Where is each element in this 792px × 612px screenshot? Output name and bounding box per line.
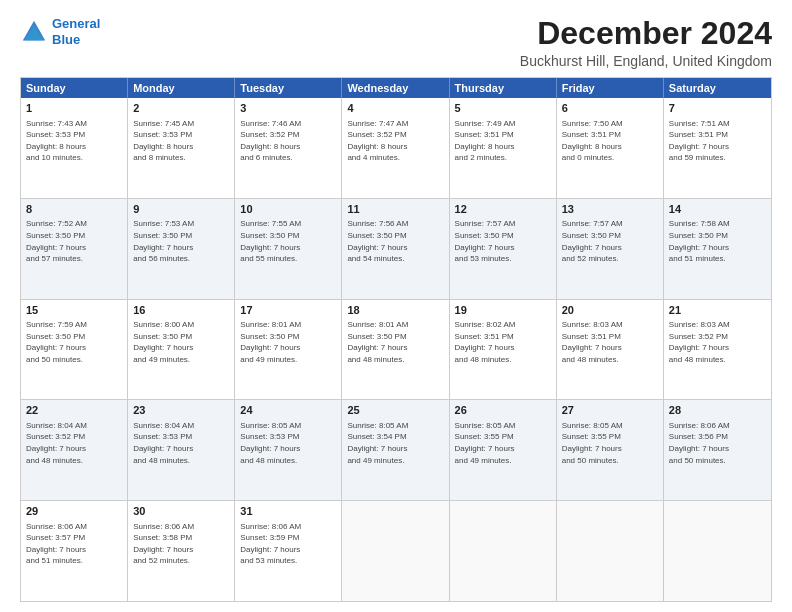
day-info: Sunrise: 7:57 AM Sunset: 3:50 PM Dayligh… (455, 218, 551, 264)
day-number: 29 (26, 504, 122, 519)
calendar-cell: 26Sunrise: 8:05 AM Sunset: 3:55 PM Dayli… (450, 400, 557, 500)
calendar-cell: 18Sunrise: 8:01 AM Sunset: 3:50 PM Dayli… (342, 300, 449, 400)
logo-text: General Blue (52, 16, 100, 47)
day-number: 1 (26, 101, 122, 116)
calendar-cell: 30Sunrise: 8:06 AM Sunset: 3:58 PM Dayli… (128, 501, 235, 601)
day-info: Sunrise: 7:56 AM Sunset: 3:50 PM Dayligh… (347, 218, 443, 264)
day-info: Sunrise: 8:06 AM Sunset: 3:57 PM Dayligh… (26, 521, 122, 567)
calendar-cell: 21Sunrise: 8:03 AM Sunset: 3:52 PM Dayli… (664, 300, 771, 400)
calendar-row-2: 8Sunrise: 7:52 AM Sunset: 3:50 PM Daylig… (21, 199, 771, 300)
calendar-cell: 7Sunrise: 7:51 AM Sunset: 3:51 PM Daylig… (664, 98, 771, 198)
calendar-cell: 27Sunrise: 8:05 AM Sunset: 3:55 PM Dayli… (557, 400, 664, 500)
calendar-cell: 3Sunrise: 7:46 AM Sunset: 3:52 PM Daylig… (235, 98, 342, 198)
day-info: Sunrise: 8:05 AM Sunset: 3:55 PM Dayligh… (455, 420, 551, 466)
day-info: Sunrise: 7:49 AM Sunset: 3:51 PM Dayligh… (455, 118, 551, 164)
header-day-thursday: Thursday (450, 78, 557, 98)
calendar-row-4: 22Sunrise: 8:04 AM Sunset: 3:52 PM Dayli… (21, 400, 771, 501)
day-number: 30 (133, 504, 229, 519)
day-number: 10 (240, 202, 336, 217)
day-info: Sunrise: 7:58 AM Sunset: 3:50 PM Dayligh… (669, 218, 766, 264)
calendar-cell: 15Sunrise: 7:59 AM Sunset: 3:50 PM Dayli… (21, 300, 128, 400)
day-number: 31 (240, 504, 336, 519)
calendar-cell: 25Sunrise: 8:05 AM Sunset: 3:54 PM Dayli… (342, 400, 449, 500)
day-number: 15 (26, 303, 122, 318)
header-day-saturday: Saturday (664, 78, 771, 98)
day-number: 21 (669, 303, 766, 318)
day-number: 5 (455, 101, 551, 116)
day-number: 27 (562, 403, 658, 418)
calendar-cell: 5Sunrise: 7:49 AM Sunset: 3:51 PM Daylig… (450, 98, 557, 198)
header-day-friday: Friday (557, 78, 664, 98)
header-day-tuesday: Tuesday (235, 78, 342, 98)
title-block: December 2024 Buckhurst Hill, England, U… (520, 16, 772, 69)
calendar-cell: 23Sunrise: 8:04 AM Sunset: 3:53 PM Dayli… (128, 400, 235, 500)
day-info: Sunrise: 8:01 AM Sunset: 3:50 PM Dayligh… (347, 319, 443, 365)
calendar-cell: 6Sunrise: 7:50 AM Sunset: 3:51 PM Daylig… (557, 98, 664, 198)
main-title: December 2024 (520, 16, 772, 51)
calendar-cell: 20Sunrise: 8:03 AM Sunset: 3:51 PM Dayli… (557, 300, 664, 400)
day-info: Sunrise: 8:06 AM Sunset: 3:56 PM Dayligh… (669, 420, 766, 466)
day-info: Sunrise: 8:04 AM Sunset: 3:53 PM Dayligh… (133, 420, 229, 466)
header: General Blue December 2024 Buckhurst Hil… (20, 16, 772, 69)
day-info: Sunrise: 8:03 AM Sunset: 3:52 PM Dayligh… (669, 319, 766, 365)
calendar-row-1: 1Sunrise: 7:43 AM Sunset: 3:53 PM Daylig… (21, 98, 771, 199)
day-number: 8 (26, 202, 122, 217)
calendar-cell: 31Sunrise: 8:06 AM Sunset: 3:59 PM Dayli… (235, 501, 342, 601)
calendar-cell: 17Sunrise: 8:01 AM Sunset: 3:50 PM Dayli… (235, 300, 342, 400)
calendar-cell: 2Sunrise: 7:45 AM Sunset: 3:53 PM Daylig… (128, 98, 235, 198)
calendar-cell: 11Sunrise: 7:56 AM Sunset: 3:50 PM Dayli… (342, 199, 449, 299)
logo: General Blue (20, 16, 100, 47)
calendar-cell: 24Sunrise: 8:05 AM Sunset: 3:53 PM Dayli… (235, 400, 342, 500)
calendar-row-5: 29Sunrise: 8:06 AM Sunset: 3:57 PM Dayli… (21, 501, 771, 601)
day-number: 3 (240, 101, 336, 116)
day-number: 6 (562, 101, 658, 116)
calendar-cell: 4Sunrise: 7:47 AM Sunset: 3:52 PM Daylig… (342, 98, 449, 198)
day-info: Sunrise: 7:43 AM Sunset: 3:53 PM Dayligh… (26, 118, 122, 164)
day-number: 4 (347, 101, 443, 116)
day-number: 25 (347, 403, 443, 418)
day-number: 14 (669, 202, 766, 217)
day-number: 13 (562, 202, 658, 217)
day-info: Sunrise: 7:51 AM Sunset: 3:51 PM Dayligh… (669, 118, 766, 164)
day-info: Sunrise: 8:00 AM Sunset: 3:50 PM Dayligh… (133, 319, 229, 365)
header-day-sunday: Sunday (21, 78, 128, 98)
calendar-cell: 14Sunrise: 7:58 AM Sunset: 3:50 PM Dayli… (664, 199, 771, 299)
day-number: 24 (240, 403, 336, 418)
logo-line2: Blue (52, 32, 80, 47)
day-number: 18 (347, 303, 443, 318)
day-info: Sunrise: 7:53 AM Sunset: 3:50 PM Dayligh… (133, 218, 229, 264)
calendar-cell: 12Sunrise: 7:57 AM Sunset: 3:50 PM Dayli… (450, 199, 557, 299)
day-number: 23 (133, 403, 229, 418)
calendar-cell: 10Sunrise: 7:55 AM Sunset: 3:50 PM Dayli… (235, 199, 342, 299)
day-info: Sunrise: 7:52 AM Sunset: 3:50 PM Dayligh… (26, 218, 122, 264)
day-number: 2 (133, 101, 229, 116)
header-day-monday: Monday (128, 78, 235, 98)
day-number: 11 (347, 202, 443, 217)
calendar-cell: 19Sunrise: 8:02 AM Sunset: 3:51 PM Dayli… (450, 300, 557, 400)
logo-line1: General (52, 16, 100, 31)
calendar-cell (450, 501, 557, 601)
calendar-header: SundayMondayTuesdayWednesdayThursdayFrid… (21, 78, 771, 98)
calendar-row-3: 15Sunrise: 7:59 AM Sunset: 3:50 PM Dayli… (21, 300, 771, 401)
day-info: Sunrise: 8:03 AM Sunset: 3:51 PM Dayligh… (562, 319, 658, 365)
day-number: 20 (562, 303, 658, 318)
subtitle: Buckhurst Hill, England, United Kingdom (520, 53, 772, 69)
calendar-cell (664, 501, 771, 601)
day-number: 22 (26, 403, 122, 418)
day-info: Sunrise: 7:50 AM Sunset: 3:51 PM Dayligh… (562, 118, 658, 164)
calendar-cell: 22Sunrise: 8:04 AM Sunset: 3:52 PM Dayli… (21, 400, 128, 500)
calendar-cell (557, 501, 664, 601)
day-info: Sunrise: 8:02 AM Sunset: 3:51 PM Dayligh… (455, 319, 551, 365)
day-info: Sunrise: 8:01 AM Sunset: 3:50 PM Dayligh… (240, 319, 336, 365)
day-number: 16 (133, 303, 229, 318)
header-day-wednesday: Wednesday (342, 78, 449, 98)
day-info: Sunrise: 7:47 AM Sunset: 3:52 PM Dayligh… (347, 118, 443, 164)
day-info: Sunrise: 7:59 AM Sunset: 3:50 PM Dayligh… (26, 319, 122, 365)
page: General Blue December 2024 Buckhurst Hil… (0, 0, 792, 612)
calendar-cell: 28Sunrise: 8:06 AM Sunset: 3:56 PM Dayli… (664, 400, 771, 500)
logo-icon (20, 18, 48, 46)
day-info: Sunrise: 7:46 AM Sunset: 3:52 PM Dayligh… (240, 118, 336, 164)
day-info: Sunrise: 8:06 AM Sunset: 3:59 PM Dayligh… (240, 521, 336, 567)
day-info: Sunrise: 8:04 AM Sunset: 3:52 PM Dayligh… (26, 420, 122, 466)
day-info: Sunrise: 8:05 AM Sunset: 3:53 PM Dayligh… (240, 420, 336, 466)
